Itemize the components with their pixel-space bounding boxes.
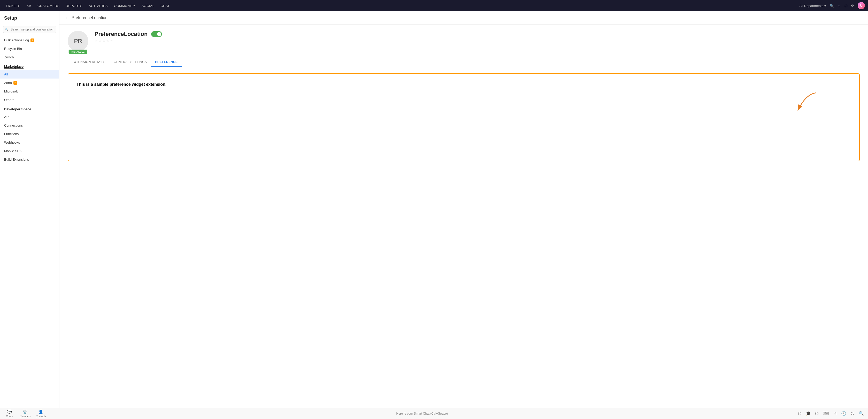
nav-activities[interactable]: ACTIVITIES <box>86 0 110 11</box>
contacts-icon: 👤 <box>38 410 43 414</box>
sidebar-item-zoho[interactable]: Zoho <box>0 78 59 87</box>
plus-icon[interactable]: ＋ <box>838 3 841 8</box>
extension-logo: PR INSTALLE... <box>68 31 88 52</box>
chats-icon: 💬 <box>7 410 12 414</box>
preference-text: This is a sample preference widget exten… <box>76 82 851 87</box>
nav-social[interactable]: SOCIAL <box>139 0 157 11</box>
extension-stars: ☆☆☆☆☆ <box>95 39 860 43</box>
nav-reports[interactable]: REPORTS <box>63 0 85 11</box>
settings-icon[interactable]: ⚙ <box>851 4 854 8</box>
top-navigation: TICKETS KB CUSTOMERS REPORTS ACTIVITIES … <box>0 0 868 11</box>
zwitch-label: Zwitch <box>4 55 14 59</box>
bulk-actions-label: Bulk Actions Log <box>4 38 29 42</box>
back-button[interactable]: ‹ <box>65 15 69 21</box>
channels-label: Channels <box>20 415 30 418</box>
sidebar-item-bulk-actions[interactable]: Bulk Actions Log <box>0 36 59 44</box>
sidebar-item-functions[interactable]: Functions <box>0 130 59 138</box>
api-label: API <box>4 115 9 119</box>
build-extensions-label: Build Extensions <box>4 158 29 161</box>
keyboard-icon[interactable]: ⌨ <box>823 411 829 416</box>
content-area: ‹ PreferenceLocation ··· PR INSTALLE... … <box>59 11 868 408</box>
search-input[interactable] <box>3 26 56 33</box>
marketplace-section-label: Marketplace <box>0 62 59 70</box>
sidebar: Setup Bulk Actions Log Recycle Bin Zwitc… <box>0 11 59 408</box>
bottom-nav-chats[interactable]: 💬 Chats <box>4 410 14 418</box>
content-header: ‹ PreferenceLocation ··· <box>59 11 868 25</box>
bottom-nav-left: 💬 Chats 📡 Channels 👤 Contacts <box>4 410 46 418</box>
nav-right-section: All Departments ▾ 🔍 ＋ ⬡ ⚙ U <box>800 2 865 9</box>
nav-kb[interactable]: KB <box>24 0 34 11</box>
extension-info: PreferenceLocation ☆☆☆☆☆ <box>95 31 860 43</box>
others-label: Others <box>4 98 14 102</box>
connections-label: Connections <box>4 124 23 127</box>
avatar[interactable]: U <box>858 2 865 9</box>
contacts-label: Contacts <box>36 415 46 418</box>
chat-action-icon-2[interactable]: 🎓 <box>806 411 811 416</box>
sidebar-item-mobile-sdk[interactable]: Mobile SDK <box>0 147 59 155</box>
microsoft-label: Microsoft <box>4 89 18 93</box>
mobile-sdk-label: Mobile SDK <box>4 149 22 153</box>
nav-customers[interactable]: CUSTOMERS <box>35 0 62 11</box>
developer-space-section-label: Developer Space <box>0 104 59 112</box>
main-layout: Setup Bulk Actions Log Recycle Bin Zwitc… <box>0 11 868 408</box>
archive-icon[interactable]: 🗂 <box>850 411 855 416</box>
channels-icon: 📡 <box>23 410 28 414</box>
sidebar-item-api[interactable]: API <box>0 112 59 121</box>
smart-chat-text: Here is your Smart Chat (Ctrl+Space) <box>51 412 793 415</box>
content-body: PR INSTALLE... PreferenceLocation ☆☆☆☆☆ … <box>59 25 868 408</box>
more-options-button[interactable]: ··· <box>858 15 863 21</box>
sidebar-item-all[interactable]: All <box>0 70 59 78</box>
extension-name: PreferenceLocation <box>95 31 148 37</box>
sidebar-item-microsoft[interactable]: Microsoft <box>0 87 59 96</box>
clock-icon[interactable]: 🕐 <box>841 411 846 416</box>
tab-general-settings[interactable]: GENERAL SETTINGS <box>110 58 151 67</box>
webhooks-label: Webhooks <box>4 140 20 144</box>
functions-label: Functions <box>4 132 19 136</box>
all-label: All <box>4 72 8 76</box>
preference-panel: This is a sample preference widget exten… <box>68 73 860 161</box>
bulk-actions-badge <box>30 38 34 42</box>
sidebar-item-zwitch[interactable]: Zwitch <box>0 53 59 62</box>
bottom-bar: 💬 Chats 📡 Channels 👤 Contacts Here is yo… <box>0 408 868 419</box>
search-icon[interactable]: 🔍 <box>830 4 834 8</box>
extension-name-row: PreferenceLocation <box>95 31 860 37</box>
recycle-bin-label: Recycle Bin <box>4 47 22 51</box>
extension-card: PR INSTALLE... PreferenceLocation ☆☆☆☆☆ <box>59 25 868 58</box>
sidebar-item-others[interactable]: Others <box>0 96 59 104</box>
departments-selector[interactable]: All Departments ▾ <box>800 4 826 8</box>
installed-badge: INSTALLE... <box>69 50 87 54</box>
chat-action-icon-3[interactable]: ⬡ <box>815 411 819 416</box>
chat-action-icon-1[interactable]: ⬡ <box>798 411 802 416</box>
search-bottom-icon[interactable]: 🔍 <box>859 411 864 416</box>
sidebar-item-webhooks[interactable]: Webhooks <box>0 138 59 147</box>
nav-community[interactable]: COMMUNITY <box>111 0 138 11</box>
bottom-nav-contacts[interactable]: 👤 Contacts <box>36 410 46 418</box>
bottom-bar-right: ⬡ 🎓 ⬡ ⌨ 🖥 🕐 🗂 🔍 <box>798 411 864 416</box>
page-title: PreferenceLocation <box>71 15 107 20</box>
nav-tickets[interactable]: TICKETS <box>3 0 23 11</box>
sidebar-search-section <box>0 23 59 36</box>
nav-chat[interactable]: CHAT <box>158 0 172 11</box>
monitor-icon[interactable]: 🖥 <box>833 411 837 416</box>
tabs-container: EXTENSION DETAILS GENERAL SETTINGS PREFE… <box>59 58 868 67</box>
external-link-icon[interactable]: ⬡ <box>844 4 847 8</box>
sidebar-title: Setup <box>0 11 59 23</box>
zoho-label: Zoho <box>4 81 12 85</box>
bottom-nav-channels[interactable]: 📡 Channels <box>20 410 30 418</box>
sidebar-item-recycle-bin[interactable]: Recycle Bin <box>0 44 59 53</box>
zoho-badge <box>13 81 17 85</box>
tab-preference[interactable]: PREFERENCE <box>151 58 182 67</box>
extension-toggle[interactable] <box>151 31 162 37</box>
sidebar-item-build-extensions[interactable]: Build Extensions <box>0 155 59 164</box>
search-wrapper <box>3 26 56 33</box>
chevron-down-icon: ▾ <box>824 4 826 8</box>
tab-extension-details[interactable]: EXTENSION DETAILS <box>68 58 110 67</box>
chats-label: Chats <box>6 415 13 418</box>
sidebar-item-connections[interactable]: Connections <box>0 121 59 130</box>
